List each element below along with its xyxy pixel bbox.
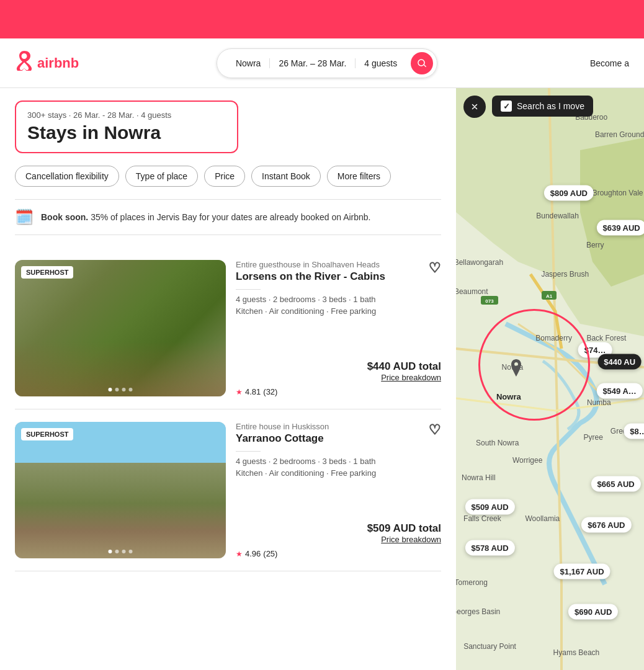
dot [109,550,112,553]
price-pin-3[interactable]: $440 AU [597,354,642,369]
listing-name-1: Lorsens on the River - Cabins [236,270,441,283]
listing-name-2: Yarranoo Cottage [236,432,441,445]
listing-rating-1: ★ 4.81 (32) [236,387,441,396]
listing-footer-2: $509 AUD total Price breakdown [236,522,441,544]
wishlist-button-2[interactable]: ♡ [429,422,441,438]
image-dots-1 [109,388,133,391]
search-location[interactable]: Nowra [227,58,270,68]
map-label-hyams: Hyams Beach [553,648,600,657]
map-label-tomerong: Tomerong [456,578,488,587]
dot [129,388,133,391]
search-button[interactable] [411,52,433,74]
price-breakdown-link-2[interactable]: Price breakdown [381,535,441,544]
map-label-bellawongarah: Bellawongarah [456,258,503,267]
price-breakdown-link-1[interactable]: Price breakdown [381,373,441,382]
dot [109,388,112,391]
map-label-woollamia: Woollamia [525,514,560,523]
map-label-nowra-bold: Nowra [496,392,521,401]
header: airbnb Nowra 26 Mar. – 28 Mar. 4 guests … [0,38,644,88]
results-meta: 300+ stays · 26 Mar. - 28 Mar. · 4 guest… [27,110,226,120]
map-label-bunde: Bundewallah [536,212,579,220]
price-pin-4[interactable]: $549 A… [596,383,642,398]
filter-more[interactable]: More filters [327,166,391,187]
listing-photo-2 [15,422,226,558]
price-pin-1[interactable]: $639 AUD [597,220,644,236]
map-label-sanctuary: Sanctuary Point [463,642,516,651]
filter-cancellation[interactable]: Cancellation flexibility [15,166,119,187]
listing-details-2: 4 guests · 2 bedrooms · 3 beds · 1 bath [236,457,441,466]
map-label-broughton: Broughton Vale [593,189,643,197]
listing-price-2: $509 AUD total [367,522,441,535]
rating-reviews-2: (25) [263,549,277,558]
price-pin-6[interactable]: $665 AUD [591,476,640,491]
listing-photo-1 [15,260,226,396]
map-label-berry: Berry [586,241,604,249]
map-label-bomaderry: Bomaderry [535,334,572,342]
nav-become[interactable]: Become a [590,58,629,68]
map-label-numba: Numba [587,398,611,407]
listing-card-1: SUPERHOST ♡ Entire guesthouse in Shoalha… [15,248,441,409]
listing-price-1: $440 AUD total [367,360,441,373]
logo-text: airbnb [37,55,79,71]
map-label-falls-creek: Falls Creek [463,514,501,523]
price-pin-10[interactable]: $690 AUD [568,604,618,620]
map-label-st-georges: St Georges Basin [456,607,500,616]
top-banner [0,0,644,38]
listing-card-2: SUPERHOST ♡ Entire house in Huskisson Ya… [15,409,441,571]
map-search-circle [478,309,590,421]
price-pin-9[interactable]: $1,167 AUD [553,563,610,579]
search-checkbox [501,100,512,112]
star-icon-1: ★ [236,388,243,396]
superhost-badge-1: SUPERHOST [21,266,73,279]
dot [122,388,126,391]
map-container[interactable]: A1 073 Search as I move [456,88,644,670]
listing-type-1: Entire guesthouse in Shoalhaven Heads [236,260,441,269]
rating-value-2: 4.96 [245,549,261,558]
filter-price[interactable]: Price [204,166,245,187]
results-header: 300+ stays · 26 Mar. - 28 Mar. · 4 guest… [15,100,238,153]
search-as-i-move[interactable]: Search as I move [492,96,593,117]
filter-instant[interactable]: Instant Book [251,166,321,187]
main-layout: 300+ stays · 26 Mar. - 28 Mar. · 4 guest… [0,88,644,670]
nowra-pin [509,359,524,379]
results-title: Stays in Nowra [27,122,226,143]
filter-type[interactable]: Type of place [125,166,198,187]
book-soon-icon: 🗓️ [15,208,34,226]
svg-rect-0 [456,88,644,670]
listing-amenities-2: Kitchen · Air conditioning · Free parkin… [236,468,441,478]
listing-info-2: ♡ Entire house in Huskisson Yarranoo Cot… [236,422,441,558]
svg-text:A1: A1 [546,293,553,299]
filter-chips: Cancellation flexibility Type of place P… [15,166,441,187]
listing-rating-2: ★ 4.96 (25) [236,549,441,558]
search-dates[interactable]: 26 Mar. – 28 Mar. [270,58,356,68]
logo[interactable]: airbnb [15,51,79,76]
price-pin-11[interactable]: $8… [624,424,644,439]
book-soon-banner: 🗓️ Book soon. 35% of places in Jervis Ba… [15,199,441,235]
listing-amenities-1: Kitchen · Air conditioning · Free parkin… [236,306,441,316]
star-icon-2: ★ [236,550,243,558]
price-pin-0[interactable]: $809 AUD [544,185,594,200]
map-label-barren: Barren Grounds [595,130,644,139]
map-svg: A1 073 [456,88,644,670]
listing-image-1[interactable]: SUPERHOST [15,260,226,396]
search-as-move-label: Search as I move [517,101,584,111]
map-label-backforest: Back Forest [586,334,626,342]
listing-divider-2 [236,451,261,452]
price-pin-8[interactable]: $578 AUD [465,540,514,556]
price-pin-7[interactable]: $676 AUD [581,517,631,532]
rating-reviews-1: (32) [263,387,277,396]
price-pin-5[interactable]: $509 AUD [465,499,514,515]
map-close-button[interactable] [463,96,486,118]
search-bar[interactable]: Nowra 26 Mar. – 28 Mar. 4 guests [217,48,437,78]
map-label-south-nowra: South Nowra [476,439,519,447]
search-guests[interactable]: 4 guests [356,58,406,68]
rating-value-1: 4.81 [245,387,261,396]
listing-image-2[interactable]: SUPERHOST [15,422,226,558]
wishlist-button-1[interactable]: ♡ [429,260,441,276]
listing-details-1: 4 guests · 2 bedrooms · 3 beds · 1 bath [236,295,441,304]
map-label-beaumont: Beaumont [456,287,488,296]
map-label-jaspers: Jaspers Brush [541,270,589,279]
map-label-pyree: Pyree [584,433,603,442]
map-panel: A1 073 Search as I move [456,88,644,670]
svg-text:073: 073 [485,298,494,304]
